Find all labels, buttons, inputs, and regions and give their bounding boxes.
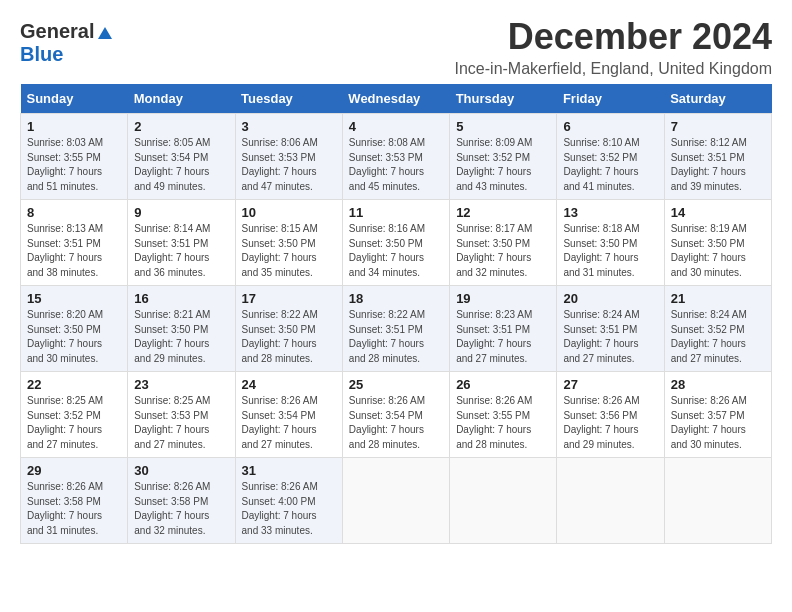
day-number: 4 (349, 119, 443, 134)
day-number: 12 (456, 205, 550, 220)
day-header-row: SundayMondayTuesdayWednesdayThursdayFrid… (21, 84, 772, 114)
calendar-cell: 22 Sunrise: 8:25 AMSunset: 3:52 PMDaylig… (21, 372, 128, 458)
day-info: Sunrise: 8:13 AMSunset: 3:51 PMDaylight:… (27, 222, 121, 280)
calendar-cell: 20 Sunrise: 8:24 AMSunset: 3:51 PMDaylig… (557, 286, 664, 372)
day-info: Sunrise: 8:26 AMSunset: 3:58 PMDaylight:… (134, 480, 228, 538)
day-header-thursday: Thursday (450, 84, 557, 114)
day-info: Sunrise: 8:24 AMSunset: 3:51 PMDaylight:… (563, 308, 657, 366)
logo-general: General (20, 20, 94, 43)
month-title: December 2024 (455, 16, 773, 58)
calendar-cell: 7 Sunrise: 8:12 AMSunset: 3:51 PMDayligh… (664, 114, 771, 200)
day-number: 20 (563, 291, 657, 306)
day-number: 14 (671, 205, 765, 220)
day-number: 8 (27, 205, 121, 220)
logo-triangle-icon (96, 23, 114, 41)
day-info: Sunrise: 8:26 AMSunset: 3:57 PMDaylight:… (671, 394, 765, 452)
calendar-cell: 16 Sunrise: 8:21 AMSunset: 3:50 PMDaylig… (128, 286, 235, 372)
calendar-cell: 4 Sunrise: 8:08 AMSunset: 3:53 PMDayligh… (342, 114, 449, 200)
calendar-cell: 17 Sunrise: 8:22 AMSunset: 3:50 PMDaylig… (235, 286, 342, 372)
calendar-cell: 21 Sunrise: 8:24 AMSunset: 3:52 PMDaylig… (664, 286, 771, 372)
calendar-cell (557, 458, 664, 544)
day-number: 29 (27, 463, 121, 478)
day-number: 10 (242, 205, 336, 220)
location: Ince-in-Makerfield, England, United King… (455, 60, 773, 78)
day-number: 3 (242, 119, 336, 134)
day-info: Sunrise: 8:15 AMSunset: 3:50 PMDaylight:… (242, 222, 336, 280)
day-info: Sunrise: 8:25 AMSunset: 3:52 PMDaylight:… (27, 394, 121, 452)
calendar-cell: 15 Sunrise: 8:20 AMSunset: 3:50 PMDaylig… (21, 286, 128, 372)
calendar-cell: 2 Sunrise: 8:05 AMSunset: 3:54 PMDayligh… (128, 114, 235, 200)
day-number: 1 (27, 119, 121, 134)
day-number: 6 (563, 119, 657, 134)
day-info: Sunrise: 8:17 AMSunset: 3:50 PMDaylight:… (456, 222, 550, 280)
day-header-sunday: Sunday (21, 84, 128, 114)
calendar-cell: 3 Sunrise: 8:06 AMSunset: 3:53 PMDayligh… (235, 114, 342, 200)
day-info: Sunrise: 8:03 AMSunset: 3:55 PMDaylight:… (27, 136, 121, 194)
day-info: Sunrise: 8:08 AMSunset: 3:53 PMDaylight:… (349, 136, 443, 194)
day-info: Sunrise: 8:26 AMSunset: 4:00 PMDaylight:… (242, 480, 336, 538)
calendar-cell: 18 Sunrise: 8:22 AMSunset: 3:51 PMDaylig… (342, 286, 449, 372)
day-number: 19 (456, 291, 550, 306)
week-row-3: 15 Sunrise: 8:20 AMSunset: 3:50 PMDaylig… (21, 286, 772, 372)
day-number: 22 (27, 377, 121, 392)
day-number: 9 (134, 205, 228, 220)
calendar-cell: 27 Sunrise: 8:26 AMSunset: 3:56 PMDaylig… (557, 372, 664, 458)
day-number: 25 (349, 377, 443, 392)
day-number: 23 (134, 377, 228, 392)
day-header-friday: Friday (557, 84, 664, 114)
day-number: 31 (242, 463, 336, 478)
calendar-cell (664, 458, 771, 544)
day-info: Sunrise: 8:25 AMSunset: 3:53 PMDaylight:… (134, 394, 228, 452)
day-number: 24 (242, 377, 336, 392)
day-info: Sunrise: 8:24 AMSunset: 3:52 PMDaylight:… (671, 308, 765, 366)
day-info: Sunrise: 8:22 AMSunset: 3:50 PMDaylight:… (242, 308, 336, 366)
day-number: 27 (563, 377, 657, 392)
day-number: 21 (671, 291, 765, 306)
calendar-cell: 12 Sunrise: 8:17 AMSunset: 3:50 PMDaylig… (450, 200, 557, 286)
calendar-cell: 1 Sunrise: 8:03 AMSunset: 3:55 PMDayligh… (21, 114, 128, 200)
day-number: 15 (27, 291, 121, 306)
day-header-monday: Monday (128, 84, 235, 114)
calendar-cell: 11 Sunrise: 8:16 AMSunset: 3:50 PMDaylig… (342, 200, 449, 286)
day-info: Sunrise: 8:10 AMSunset: 3:52 PMDaylight:… (563, 136, 657, 194)
day-info: Sunrise: 8:26 AMSunset: 3:54 PMDaylight:… (349, 394, 443, 452)
calendar-table: SundayMondayTuesdayWednesdayThursdayFrid… (20, 84, 772, 544)
day-header-wednesday: Wednesday (342, 84, 449, 114)
day-info: Sunrise: 8:16 AMSunset: 3:50 PMDaylight:… (349, 222, 443, 280)
calendar-cell: 9 Sunrise: 8:14 AMSunset: 3:51 PMDayligh… (128, 200, 235, 286)
calendar-cell: 23 Sunrise: 8:25 AMSunset: 3:53 PMDaylig… (128, 372, 235, 458)
title-area: December 2024 Ince-in-Makerfield, Englan… (455, 16, 773, 78)
calendar-cell: 24 Sunrise: 8:26 AMSunset: 3:54 PMDaylig… (235, 372, 342, 458)
calendar-cell: 14 Sunrise: 8:19 AMSunset: 3:50 PMDaylig… (664, 200, 771, 286)
day-number: 11 (349, 205, 443, 220)
week-row-1: 1 Sunrise: 8:03 AMSunset: 3:55 PMDayligh… (21, 114, 772, 200)
calendar-cell: 26 Sunrise: 8:26 AMSunset: 3:55 PMDaylig… (450, 372, 557, 458)
day-info: Sunrise: 8:22 AMSunset: 3:51 PMDaylight:… (349, 308, 443, 366)
day-number: 2 (134, 119, 228, 134)
calendar-cell: 31 Sunrise: 8:26 AMSunset: 4:00 PMDaylig… (235, 458, 342, 544)
day-number: 30 (134, 463, 228, 478)
day-info: Sunrise: 8:06 AMSunset: 3:53 PMDaylight:… (242, 136, 336, 194)
calendar-cell: 25 Sunrise: 8:26 AMSunset: 3:54 PMDaylig… (342, 372, 449, 458)
calendar-cell: 30 Sunrise: 8:26 AMSunset: 3:58 PMDaylig… (128, 458, 235, 544)
day-info: Sunrise: 8:09 AMSunset: 3:52 PMDaylight:… (456, 136, 550, 194)
day-number: 17 (242, 291, 336, 306)
week-row-4: 22 Sunrise: 8:25 AMSunset: 3:52 PMDaylig… (21, 372, 772, 458)
logo-blue: Blue (20, 43, 63, 65)
day-info: Sunrise: 8:05 AMSunset: 3:54 PMDaylight:… (134, 136, 228, 194)
day-info: Sunrise: 8:18 AMSunset: 3:50 PMDaylight:… (563, 222, 657, 280)
calendar-cell (450, 458, 557, 544)
day-number: 18 (349, 291, 443, 306)
day-info: Sunrise: 8:26 AMSunset: 3:58 PMDaylight:… (27, 480, 121, 538)
week-row-2: 8 Sunrise: 8:13 AMSunset: 3:51 PMDayligh… (21, 200, 772, 286)
day-info: Sunrise: 8:21 AMSunset: 3:50 PMDaylight:… (134, 308, 228, 366)
week-row-5: 29 Sunrise: 8:26 AMSunset: 3:58 PMDaylig… (21, 458, 772, 544)
logo: General Blue (20, 20, 114, 66)
day-info: Sunrise: 8:26 AMSunset: 3:56 PMDaylight:… (563, 394, 657, 452)
calendar-cell: 19 Sunrise: 8:23 AMSunset: 3:51 PMDaylig… (450, 286, 557, 372)
day-number: 16 (134, 291, 228, 306)
calendar-cell: 29 Sunrise: 8:26 AMSunset: 3:58 PMDaylig… (21, 458, 128, 544)
calendar-cell: 6 Sunrise: 8:10 AMSunset: 3:52 PMDayligh… (557, 114, 664, 200)
calendar-cell (342, 458, 449, 544)
calendar-cell: 10 Sunrise: 8:15 AMSunset: 3:50 PMDaylig… (235, 200, 342, 286)
